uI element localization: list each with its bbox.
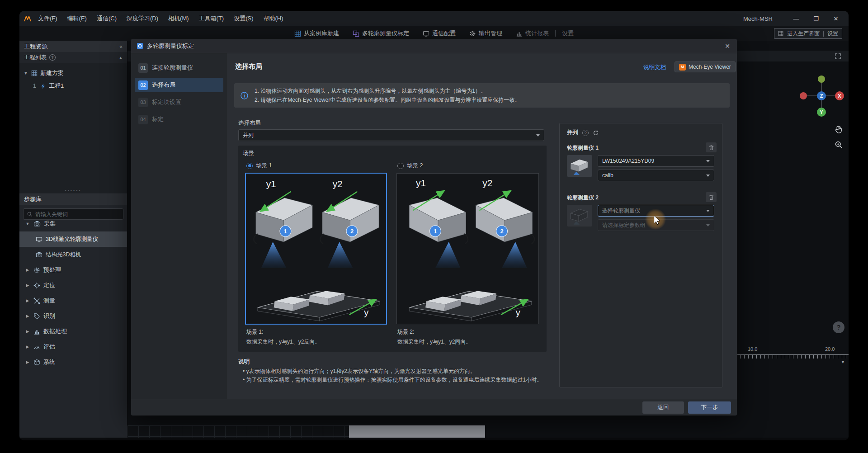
chevron-right-icon[interactable]: ▶ <box>25 329 30 334</box>
note-line-2: 为了保证标定精度，需对轮廓测量仪进行预热操作：按照实际使用条件下的设备参数，设备… <box>243 376 542 384</box>
help-button[interactable]: ? <box>833 321 844 333</box>
layout-select-dropdown[interactable]: 并列 <box>238 129 544 141</box>
camera-3d-icon <box>36 251 42 258</box>
restore-button[interactable]: ❐ <box>806 11 826 26</box>
project-node[interactable]: 1 工程1 <box>33 80 64 91</box>
group-system[interactable]: ▶ 系统 <box>19 354 127 370</box>
group-capture[interactable]: ▼ 采集 <box>19 216 127 231</box>
toolbar-new-from-case-label: 从案例库新建 <box>304 29 339 38</box>
step-2-layout[interactable]: 02 选择布局 <box>135 78 223 92</box>
chevron-right-icon[interactable]: ▶ <box>25 360 30 364</box>
toolbar-multi-profiler-calib[interactable]: 多轮廓测量仪标定 <box>353 29 409 38</box>
profiler-1-device-dropdown[interactable]: LW150249A215YD09 <box>598 155 714 167</box>
sensor-2-badge: 2 <box>350 228 354 235</box>
collapse-section-icon[interactable]: ▲ <box>119 56 123 60</box>
info-line-1: 1. 沿物体运动方向面对感测头，从左到右为感测头升序编号，以最左侧感测头为主（编… <box>255 86 520 95</box>
step-2-label: 选择布局 <box>152 81 175 89</box>
menu-communication[interactable]: 通信(C) <box>92 11 122 26</box>
group-evaluate[interactable]: ▶ 评估 <box>19 339 127 354</box>
next-button[interactable]: 下一步 <box>688 401 731 414</box>
step-1-label: 连接轮廓测量仪 <box>152 64 193 72</box>
profiler-icon <box>36 236 42 243</box>
scene-2-diagram[interactable]: 1 2 y1 y2 y <box>396 173 539 324</box>
step-library-tree: ▼ 采集 3D线激光轮廓测量仪 结构光3D相机 ▶ 预处理 ▶ 定位 <box>19 216 127 370</box>
menu-help[interactable]: 帮助(H) <box>259 11 288 26</box>
back-button[interactable]: 返回 <box>642 401 684 414</box>
radio-unselected-icon[interactable] <box>397 163 404 169</box>
menu-camera[interactable]: 相机(M) <box>163 11 194 26</box>
toolbar-stats-settings[interactable]: 设置 <box>562 29 574 38</box>
scene-2-caption: 数据采集时，y与y1、y2同向。 <box>397 338 471 346</box>
solution-node[interactable]: ▼ 新建方案 <box>23 68 64 79</box>
y1-axis-label: y1 <box>416 178 426 188</box>
group-locate[interactable]: ▶ 定位 <box>19 278 127 293</box>
scene-section-label: 场景 <box>243 150 254 157</box>
toolbar-multi-profiler-calib-label: 多轮廓测量仪标定 <box>362 29 409 38</box>
toolbar-new-from-case[interactable]: 从案例库新建 <box>294 29 339 38</box>
menu-settings[interactable]: 设置(S) <box>229 11 258 26</box>
zoom-icon[interactable] <box>834 140 843 149</box>
chevron-right-icon[interactable]: ▶ <box>25 344 30 349</box>
doc-link[interactable]: 说明文档 <box>643 64 666 71</box>
profiler-1-delete-button[interactable] <box>706 142 717 152</box>
group-locate-label: 定位 <box>43 281 55 289</box>
pan-hand-icon[interactable] <box>834 125 843 134</box>
dialog-close-icon[interactable]: ✕ <box>718 39 737 53</box>
chevron-right-icon[interactable]: ▶ <box>25 314 30 318</box>
mech-eye-viewer-button[interactable]: M Mech-Eye Viewer <box>675 61 736 72</box>
refresh-icon[interactable] <box>593 130 599 136</box>
chevron-right-icon[interactable]: ▶ <box>25 283 30 288</box>
profiler-2-delete-button[interactable] <box>706 192 717 202</box>
menu-deep-learning[interactable]: 深度学习(D) <box>122 11 163 26</box>
step-1-connect[interactable]: 01 连接轮廓测量仪 <box>135 61 223 75</box>
close-button[interactable]: ✕ <box>826 11 846 26</box>
help-icon[interactable]: ? <box>49 54 56 61</box>
scene-1-radio[interactable]: 场景 1 <box>246 162 272 170</box>
viewport-grid <box>127 425 349 438</box>
step-4-calibrate[interactable]: 04 标定 <box>135 112 223 127</box>
chevron-right-icon[interactable]: ▶ <box>25 268 30 272</box>
step-3-calib-block[interactable]: 03 标定块设置 <box>135 95 223 109</box>
chevron-right-icon[interactable]: ▶ <box>25 298 30 303</box>
toolbar-output-management[interactable]: 输出管理 <box>469 29 502 38</box>
menu-edit[interactable]: 编辑(E) <box>62 11 92 26</box>
toolbar-stats-report[interactable]: 统计报表 <box>516 29 549 38</box>
step-4-label: 标定 <box>152 115 164 123</box>
project-tree: ▼ 新建方案 1 工程1 <box>19 63 127 193</box>
enter-production-label: 进入生产界面 <box>787 30 820 38</box>
mech-eye-viewer-label: Mech-Eye Viewer <box>689 64 731 70</box>
radio-selected-icon[interactable] <box>246 163 253 169</box>
menu-file[interactable]: 文件(F) <box>33 11 62 26</box>
chevron-down-icon[interactable]: ▼ <box>23 71 28 76</box>
collapse-panel-icon[interactable]: « <box>119 43 123 50</box>
help-icon[interactable]: ? <box>582 130 589 136</box>
panel-resize-handle[interactable]: •••••• <box>19 189 127 193</box>
step-3d-laser-profiler[interactable]: 3D线激光轮廓测量仪 <box>19 231 127 247</box>
group-measure[interactable]: ▶ 测量 <box>19 293 127 308</box>
dialog-titlebar[interactable]: 多轮廓测量仪标定 ✕ <box>131 39 737 53</box>
scene-2-radio[interactable]: 场景 2 <box>397 162 423 170</box>
minimize-button[interactable]: — <box>786 11 806 26</box>
scene-1-diagram[interactable]: 1 2 y1 y2 y <box>245 173 387 324</box>
profiler-group-panel: 并列 ? 轮廓测量仪 1 LW150249 <box>559 123 722 387</box>
fullscreen-icon[interactable] <box>835 53 841 60</box>
group-recognize[interactable]: ▶ 识别 <box>19 308 127 324</box>
profiler-1-thumbnail <box>567 155 592 177</box>
menu-toolbox[interactable]: 工具箱(T) <box>194 11 229 26</box>
chevron-down-icon <box>706 210 710 212</box>
step-structured-light-camera[interactable]: 结构光3D相机 <box>19 247 127 262</box>
enter-production-box[interactable]: 进入生产界面 设置 <box>774 28 842 39</box>
y-axis-label: y <box>516 307 521 317</box>
group-data-processing[interactable]: ▶ 数据处理 <box>19 324 127 339</box>
chevron-down-icon[interactable]: ▼ <box>25 222 30 226</box>
gear-icon <box>33 267 40 274</box>
axis-gizmo[interactable]: Z X Y <box>797 71 846 121</box>
toolbar-comm-config[interactable]: 通信配置 <box>423 29 456 38</box>
cube-icon <box>33 359 40 366</box>
scroll-down-icon[interactable]: ▼ <box>841 360 845 364</box>
chart-icon <box>33 328 40 335</box>
step-4-number: 04 <box>138 115 148 124</box>
group-preprocess[interactable]: ▶ 预处理 <box>19 262 127 278</box>
project-resources-title: 工程资源 <box>24 42 47 51</box>
profiler-1-param-dropdown[interactable]: calib <box>598 170 714 181</box>
